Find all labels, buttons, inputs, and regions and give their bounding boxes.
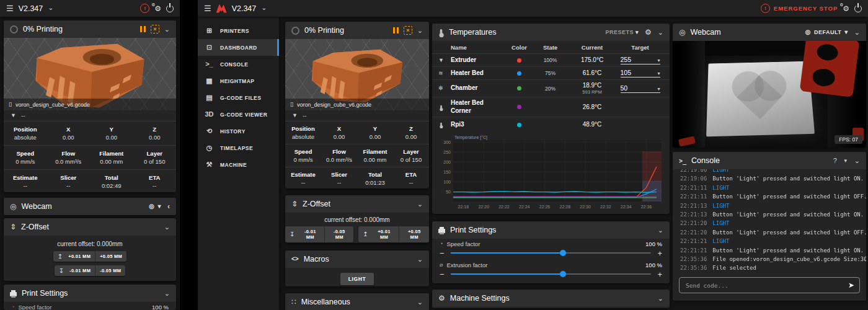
filter-icon[interactable]: ▼ [843,158,848,164]
pause-icon[interactable] [393,27,399,33]
exclude-object-icon[interactable] [404,26,412,35]
factor-slider[interactable] [451,252,652,254]
gear-icon[interactable]: ⚙ [645,29,652,36]
factor-slider-row: ◔Speed factor100 %−+ [432,239,670,260]
sensor-state: 20% [545,86,556,92]
chevron-down-icon[interactable]: ⌄ [658,227,663,234]
console-message: Button 'Light' pressed and switched ligh… [712,174,864,183]
topbar-left: ☰ V2.347 ⌄ ⚙ [0,0,180,17]
chevron-down-icon[interactable]: ⌄ [854,29,860,36]
history-icon: ⟲ [205,128,214,135]
z-offset-down-button[interactable]: -0.01 MM [65,265,95,276]
chevron-down-icon[interactable]: ⌄ [164,26,170,33]
print-stats-row: Speed0 mm/sFlow0.0 mm³/sFilament0.00 mmL… [285,144,429,167]
decrease-button[interactable]: − [440,270,445,278]
stat-label: Speed [16,150,34,157]
z-offset-up-button[interactable]: +0.05 MM [95,251,126,262]
presets-dropdown[interactable]: PRESETS ▾ [605,29,639,35]
increase-button[interactable]: + [657,249,662,257]
sidebar-item-machine[interactable]: ⚒MACHINE [198,156,279,173]
console-entry: 22:21:13Button 'Light' pressed and switc… [680,210,859,219]
sidebar-item-history[interactable]: ⟲HISTORY [198,123,279,140]
send-icon[interactable]: ➤ [848,281,854,289]
slider-thumb[interactable] [560,250,566,256]
sidebar-item-console[interactable]: >_CONSOLE [198,56,279,73]
console-message: LIGHT [712,237,729,246]
gcode-files-icon: ▤ [205,94,214,101]
decrease-button[interactable]: − [440,249,445,257]
target-select[interactable]: 255▾ [621,56,660,64]
emergency-stop-button[interactable]: EMERGENCY STOP [761,4,838,13]
chevron-down-icon[interactable]: ⌄ [658,295,663,302]
sensor-name: Rpi3 [451,121,505,129]
factor-sliders: ◔Speed factor100 %−+⌀Extrusion factor100… [432,239,670,281]
increase-button[interactable]: + [657,270,662,278]
power-icon[interactable] [854,5,862,12]
hamburger-icon[interactable]: ☰ [6,4,14,12]
sidebar-item-g-code-viewer[interactable]: 3DG-CODE VIEWER [198,106,279,123]
chevron-down-icon[interactable]: ⌄ [417,299,423,306]
temps-column-header: Current [582,44,603,51]
chevron-down-icon[interactable]: ⌄ [164,224,170,231]
extruder-icon: ▼ [292,113,298,118]
svg-text:50: 50 [446,190,451,194]
target-select[interactable]: 50▾ [621,84,660,93]
file-icon: ▯ [9,102,12,107]
printer-version[interactable]: V2.347 [232,4,257,13]
caret-down-icon: ▾ [657,87,660,92]
z-offset-up-row: ↥+0.01 MM+0.05 MM [4,251,176,262]
progress-spinner-icon [10,25,18,33]
printer-version[interactable]: V2.347 [19,4,43,13]
sidebar-item-dashboard[interactable]: ⊡DASHBOARD [198,39,279,56]
hamburger-icon[interactable]: ☰ [204,4,211,12]
print-stats-table: PositionabsoluteX0.00Y0.00Z0.00Speed0 mm… [4,122,176,192]
z-offset-up-button[interactable]: +0.05 MM [399,226,429,242]
services-icon[interactable]: ⚙ [843,5,849,12]
chevron-down-icon[interactable]: ⌄ [417,256,423,263]
console-icon: >_ [205,61,214,68]
sidebar-item-printers[interactable]: ⊞PRINTERS [198,22,279,39]
print-stat-cell: Filament0.00 mm [357,144,393,167]
power-icon[interactable] [166,5,174,12]
sidebar-item-g-code-files[interactable]: ▤G-CODE FILES [198,89,279,106]
sidebar-item-heightmap[interactable]: ▦HEIGHTMAP [198,73,279,89]
z-offset-up-group: ↥+0.01 MM+0.05 MM [53,251,126,262]
z-offset-up-button[interactable]: +0.01 MM [370,226,399,242]
chevron-down-icon[interactable]: ⌄ [164,290,170,297]
svg-text:250: 250 [443,150,451,154]
chevron-down-icon[interactable]: ⌄ [658,29,663,36]
svg-text:22:24: 22:24 [519,205,530,209]
target-select[interactable]: 105▾ [621,69,660,78]
webcam-source-select[interactable]: ◎ ▾ [149,203,161,210]
chevron-down-icon[interactable]: ⌄ [417,27,423,34]
chevron-left-icon[interactable]: ‹ [167,202,170,211]
webcam-source-select[interactable]: ◎ DEFAULT ▾ [805,29,848,35]
chevron-down-icon[interactable]: ⌄ [417,201,423,208]
console-timestamp: 22:21:21 [680,246,707,255]
slider-thumb[interactable] [560,271,566,277]
speed-icon: ◔ [11,304,14,310]
pause-icon[interactable] [140,26,146,32]
help-icon[interactable]: ? [833,157,837,164]
factor-slider[interactable] [451,273,652,275]
sensor-color-dot [517,105,521,109]
chevron-down-icon[interactable]: ⌄ [48,4,53,11]
console-input[interactable] [684,281,843,290]
chevron-down-icon[interactable]: ⌄ [854,157,860,164]
console-message: LIGHT [712,169,729,174]
z-offset-down-button[interactable]: -0.05 MM [95,265,125,276]
services-icon[interactable]: ⚙ [154,5,161,12]
stat-label: Slicer [331,171,347,178]
macro-button-light[interactable]: LIGHT [340,273,374,285]
z-offset-down-button[interactable]: -0.05 MM [324,226,353,242]
print-settings-title: Print Settings [22,289,68,298]
sidebar-item-timelapse[interactable]: ◷TIMELAPSE [198,140,279,156]
print-settings-panel: Print Settings ⌄ ◔ Speed factor 100 % [4,285,176,310]
z-offset-up-button[interactable]: +0.01 MM [64,251,95,262]
z-offset-down-button[interactable]: -0.01 MM [296,226,324,242]
console-log[interactable]: 22:19:06LIGHT22:19:06Button 'Light' pres… [673,169,866,273]
exclude-object-icon[interactable] [151,25,159,33]
misc-icon: ∷ [291,298,296,306]
chevron-down-icon[interactable]: ⌄ [261,4,267,11]
emergency-stop-icon[interactable] [140,4,149,13]
